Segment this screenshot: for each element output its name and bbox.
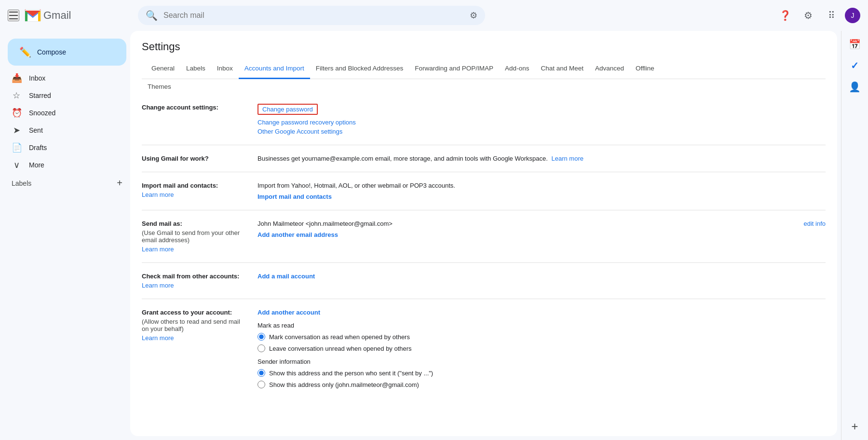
- leave-unread-label: Leave conversation unread when opened by…: [269, 345, 412, 352]
- more-label: More: [29, 161, 44, 169]
- change-account-value: Change password Change password recovery…: [258, 104, 826, 135]
- drafts-icon: 📄: [12, 142, 21, 153]
- change-recovery-link[interactable]: Change password recovery options: [258, 119, 356, 126]
- send-mail-row: Send mail as: (Use Gmail to send from yo…: [142, 210, 826, 263]
- tab-accounts-import[interactable]: Accounts and Import: [239, 61, 310, 79]
- sender-info-label: Sender information: [258, 358, 826, 365]
- leave-unread-radio[interactable]: [258, 344, 265, 352]
- sidebar-item-inbox[interactable]: 📥 Inbox: [0, 69, 122, 87]
- check-mail-value: Add a mail account: [258, 273, 826, 280]
- add-label-button[interactable]: +: [117, 178, 122, 189]
- other-settings-link[interactable]: Other Google Account settings: [258, 128, 342, 135]
- send-mail-label: Send mail as: (Use Gmail to send from yo…: [142, 220, 258, 253]
- send-mail-learn-more[interactable]: Learn more: [142, 246, 246, 253]
- star-icon: ☆: [12, 90, 21, 101]
- send-mail-name: John Mailmeteor: [258, 220, 304, 227]
- search-input[interactable]: [163, 11, 464, 20]
- calendar-icon-btn[interactable]: 📅: [845, 35, 865, 54]
- compose-button[interactable]: ✏️ Compose: [8, 39, 126, 66]
- tab-filters[interactable]: Filters and Blocked Addresses: [310, 61, 409, 79]
- import-learn-more[interactable]: Learn more: [142, 191, 246, 198]
- show-address-only-radio[interactable]: [258, 381, 265, 388]
- help-button[interactable]: ❓: [775, 6, 795, 25]
- tab-inbox[interactable]: Inbox: [211, 61, 239, 79]
- tasks-icon-btn[interactable]: ✓: [845, 56, 865, 75]
- add-mail-account-link[interactable]: Add a mail account: [258, 273, 315, 280]
- compose-icon: ✏️: [19, 46, 31, 58]
- show-address-only-option: Show this address only (john.mailmeteor@…: [258, 381, 826, 388]
- grant-access-learn-more[interactable]: Learn more: [142, 334, 246, 342]
- tab-addons[interactable]: Add-ons: [499, 61, 535, 79]
- settings-tabs: General Labels Inbox Accounts and Import…: [142, 61, 826, 79]
- snoozed-label: Snoozed: [29, 109, 55, 117]
- add-another-account-link[interactable]: Add another account: [258, 309, 320, 316]
- sent-icon: ➤: [12, 125, 21, 136]
- check-mail-row: Check mail from other accounts: Learn mo…: [142, 263, 826, 299]
- leave-unread-option: Leave conversation unread when opened by…: [258, 344, 826, 352]
- grant-access-label: Grant access to your account: (Allow oth…: [142, 309, 258, 342]
- sidebar-item-starred[interactable]: ☆ Starred: [0, 87, 122, 104]
- grant-access-value: Add another account Mark as read Mark co…: [258, 309, 826, 392]
- gmail-work-learn-more[interactable]: Learn more: [551, 155, 583, 162]
- apps-button[interactable]: ⠿: [822, 6, 841, 25]
- sidebar-item-drafts[interactable]: 📄 Drafts: [0, 139, 122, 156]
- check-mail-learn-more[interactable]: Learn more: [142, 282, 246, 289]
- send-mail-value: John Mailmeteor <john.mailmeteor@gmail.c…: [258, 220, 826, 238]
- tab-general[interactable]: General: [146, 61, 180, 79]
- topbar: Gmail 🔍 ⚙ ❓ ⚙ ⠿ J: [0, 0, 868, 31]
- contacts-icon-btn[interactable]: 👤: [845, 77, 865, 96]
- mark-as-read-group: Mark conversation as read when opened by…: [258, 333, 826, 352]
- change-account-row: Change account settings: Change password…: [142, 94, 826, 145]
- settings-content: Change account settings: Change password…: [130, 94, 837, 436]
- import-description: Import from Yahoo!, Hotmail, AOL, or oth…: [258, 182, 826, 189]
- gmail-work-row: Using Gmail for work? Businesses get you…: [142, 145, 826, 172]
- inbox-label: Inbox: [29, 74, 45, 82]
- tab-offline[interactable]: Offline: [630, 61, 660, 79]
- gmail-m-logo: [24, 7, 41, 24]
- mark-read-radio[interactable]: [258, 333, 265, 341]
- tab-labels[interactable]: Labels: [180, 61, 211, 79]
- grant-access-sublabel: (Allow others to read and send mail on y…: [142, 318, 246, 332]
- sent-label: Sent: [29, 126, 43, 134]
- calendar-icon: 📅: [849, 39, 861, 50]
- show-address-only-label: Show this address only (john.mailmeteor@…: [269, 381, 419, 388]
- inbox-icon: 📥: [12, 73, 21, 83]
- import-action-link[interactable]: Import mail and contacts: [258, 193, 332, 200]
- avatar[interactable]: J: [845, 8, 860, 23]
- starred-label: Starred: [29, 92, 51, 99]
- change-account-label: Change account settings:: [142, 104, 258, 111]
- gmail-work-label: Using Gmail for work?: [142, 155, 258, 162]
- send-mail-sublabel: (Use Gmail to send from your other email…: [142, 229, 246, 244]
- labels-header: Labels +: [0, 174, 130, 191]
- search-options-icon[interactable]: ⚙: [470, 10, 477, 21]
- menu-button[interactable]: [8, 10, 19, 21]
- plus-icon: +: [851, 420, 858, 433]
- drafts-label: Drafts: [29, 144, 47, 151]
- sidebar-item-sent[interactable]: ➤ Sent: [0, 122, 122, 139]
- settings-button[interactable]: ⚙: [799, 6, 818, 25]
- show-both-option: Show this address and the person who sen…: [258, 369, 826, 377]
- search-bar: 🔍 ⚙: [138, 6, 485, 25]
- gmail-work-value: Businesses get yourname@example.com emai…: [258, 155, 826, 162]
- compose-label: Compose: [37, 48, 66, 56]
- layout: ✏️ Compose 📥 Inbox ☆ Starred ⏰ Snoozed ➤…: [0, 31, 868, 440]
- topbar-left: Gmail: [8, 7, 138, 24]
- tab-chat-meet[interactable]: Chat and Meet: [535, 61, 589, 79]
- send-mail-address: <john.mailmeteor@gmail.com>: [306, 220, 393, 227]
- tab-advanced[interactable]: Advanced: [589, 61, 630, 79]
- topbar-right: ❓ ⚙ ⠿ J: [775, 6, 860, 25]
- sidebar-item-snoozed[interactable]: ⏰ Snoozed: [0, 104, 122, 122]
- grant-access-row: Grant access to your account: (Allow oth…: [142, 299, 826, 402]
- add-email-link[interactable]: Add another email address: [258, 231, 338, 238]
- change-password-link[interactable]: Change password: [258, 104, 318, 115]
- tab-forwarding[interactable]: Forwarding and POP/IMAP: [409, 61, 499, 79]
- sidebar-item-more[interactable]: ∨ More: [0, 156, 122, 174]
- gmail-work-description: Businesses get yourname@example.com emai…: [258, 155, 548, 162]
- settings-header: Settings General Labels Inbox Accounts a…: [130, 31, 837, 94]
- show-both-radio[interactable]: [258, 369, 265, 377]
- gmail-wordmark: Gmail: [43, 9, 71, 22]
- send-mail-email-row: John Mailmeteor <john.mailmeteor@gmail.c…: [258, 220, 826, 227]
- edit-info-link[interactable]: edit info: [803, 220, 826, 227]
- add-app-button[interactable]: +: [845, 417, 865, 436]
- apps-icon: ⠿: [828, 10, 835, 21]
